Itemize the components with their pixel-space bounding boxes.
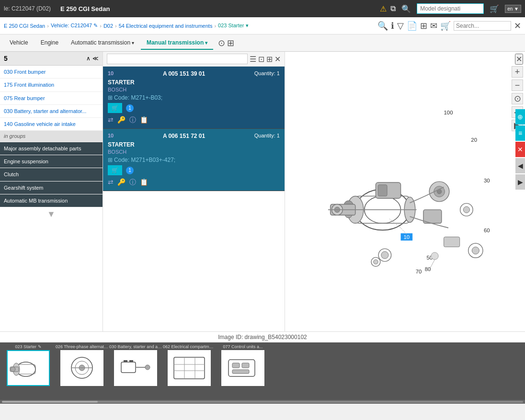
model-search-input[interactable] [417, 3, 484, 14]
part-info-icon-1[interactable]: ⓘ [129, 116, 136, 125]
warning-icon: ⚠ [380, 4, 387, 13]
thumbnail-alternator-label: 026 Three-phase alternator ✎ [56, 344, 108, 349]
parts-close-icon[interactable]: ✕ [274, 55, 281, 64]
zoom-fit-button[interactable]: ⊙ [512, 93, 523, 104]
breadcrumb-d02[interactable]: D02 [103, 23, 113, 29]
part-name-2: STARTER [108, 141, 280, 148]
svg-point-28 [463, 206, 469, 213]
part-actions-2: 🛒 1 [108, 165, 280, 175]
part-doc-icon-1[interactable]: 📋 [140, 116, 148, 125]
breadcrumb-search-input[interactable] [454, 21, 511, 31]
part-cart-btn-1[interactable]: 🛒 [108, 103, 122, 113]
zoom-in-button[interactable]: + [512, 66, 523, 78]
part-info-icon-2[interactable]: ⓘ [129, 178, 136, 187]
sidebar-collapse-icon[interactable]: ∧ [86, 55, 91, 62]
cart-icon[interactable]: 🛒 [440, 21, 451, 31]
thumbnail-control-units[interactable]: 077 Control units a... [217, 344, 269, 386]
diagram-action-btn-1[interactable]: ⊕ [515, 109, 525, 125]
thumbnail-battery-line[interactable]: 030 Battery, starter and alternator line… [109, 344, 162, 386]
table-icon[interactable]: ⊞ [420, 21, 427, 31]
part-qty-2: Quantity: 1 [254, 133, 280, 138]
language-selector[interactable]: en ▼ [505, 5, 521, 13]
scroll-indicator[interactable] [0, 400, 525, 404]
sidebar-item-auto-transmission[interactable]: Automatic MB transmission [0, 194, 103, 207]
svg-rect-54 [174, 357, 205, 379]
tab-automatic[interactable]: Automatic transmission [65, 36, 140, 50]
document-icon[interactable]: 📄 [407, 21, 417, 31]
parts-grid-icon[interactable]: ⊡ [258, 55, 264, 64]
sidebar-expand-icon[interactable]: ≪ [92, 55, 99, 62]
diagram-action-btn-3[interactable]: ✕ [515, 142, 525, 157]
part-key-icon-1[interactable]: 🔑 [117, 116, 126, 125]
tab-vehicle[interactable]: Vehicle [4, 36, 34, 50]
close-search-icon[interactable]: ✕ [514, 21, 521, 31]
svg-point-44 [11, 367, 15, 372]
svg-point-30 [472, 247, 479, 254]
search-button[interactable]: 🔍 [399, 3, 413, 14]
image-id-bar: Image ID: drawing_B54023000102 [0, 331, 525, 342]
svg-text:60: 60 [483, 227, 490, 233]
email-icon[interactable]: ✉ [430, 21, 437, 31]
breadcrumb-starter[interactable]: 023 Starter ▾ [218, 23, 248, 29]
parts-expand-icon[interactable]: ⊞ [266, 55, 273, 64]
cart-button[interactable]: 🛒 [488, 3, 501, 14]
sidebar: 5 ∧ ≪ 030 Front bumper 175 Front illumin… [0, 52, 103, 331]
sidebar-item-major-assembly[interactable]: Major assembly detachable parts [0, 142, 103, 155]
car-name: E 250 CGI Sedan [60, 5, 110, 12]
part-row-1: 10 A 005 151 39 01 Quantity: 1 STARTER B… [103, 67, 285, 129]
zoom-out-button[interactable]: − [512, 79, 523, 91]
parts-search-input[interactable] [107, 54, 248, 64]
part-key-icon-2[interactable]: 🔑 [117, 178, 126, 187]
thumbnail-control-img[interactable] [221, 350, 264, 386]
sidebar-section-in-groups: in groups [0, 131, 103, 142]
thumbnail-alternator-img[interactable] [60, 350, 103, 386]
svg-text:30: 30 [483, 178, 490, 183]
thumbnail-battery-label: 030 Battery, starter and alternator line… [109, 344, 162, 349]
diagram-close-button[interactable]: ✕ [515, 54, 523, 65]
part-swap-icon-2[interactable]: ⇄ [108, 178, 114, 187]
thumbnail-electrical-compartment[interactable]: 062 Electrical compartment in front pass… [163, 344, 216, 386]
diagram-action-btn-2[interactable]: ≡ [515, 125, 525, 141]
thumbnail-alternator[interactable]: 026 Three-phase alternator ✎ [56, 344, 108, 386]
top-bar: le: C212047 (D02) E 250 CGI Sedan ⚠ ⧉ 🔍 … [0, 0, 525, 17]
thumbnail-starter-img[interactable] [7, 350, 50, 386]
thumbnail-starter[interactable]: 023 Starter ✎ [2, 344, 55, 386]
sidebar-item-rear-bumper[interactable]: 075 Rear bumper [0, 92, 103, 105]
thumbnail-electrical-img[interactable] [168, 350, 211, 386]
breadcrumb-electrical[interactable]: 54 Electrical equipment and instruments [119, 23, 213, 29]
sidebar-item-gearshift[interactable]: Gearshift system [0, 182, 103, 194]
main-content: 5 ∧ ≪ 030 Front bumper 175 Front illumin… [0, 52, 525, 331]
breadcrumb-e250[interactable]: E 250 CGI Sedan [4, 23, 45, 29]
tab-engine[interactable]: Engine [35, 36, 64, 50]
diagram-action-btn-4[interactable]: ◀ [515, 158, 525, 173]
tab-icon-filter[interactable]: ⊙ [218, 38, 225, 48]
sidebar-item-air-intake[interactable]: 140 Gasoline vehicle air intake [0, 118, 103, 131]
thumbnail-battery-img[interactable] [114, 350, 157, 386]
svg-point-37 [381, 251, 388, 259]
part-doc-icon-2[interactable]: 📋 [140, 178, 148, 187]
part-swap-icon-1[interactable]: ⇄ [108, 116, 114, 125]
sidebar-item-battery[interactable]: 030 Battery, starter and alternator... [0, 105, 103, 118]
filter-icon[interactable]: ▽ [397, 21, 404, 31]
svg-line-34 [429, 260, 434, 270]
breadcrumb-vehicle[interactable]: Vehicle: C212047 ✎ [51, 23, 98, 29]
part-cart-btn-2[interactable]: 🛒 [108, 165, 122, 175]
parts-list-icon[interactable]: ☰ [250, 55, 256, 64]
tab-icon-grid[interactable]: ⊞ [227, 38, 234, 48]
sidebar-scroll-down[interactable]: ▼ [0, 207, 103, 221]
sidebar-item-front-bumper[interactable]: 030 Front bumper [0, 66, 103, 79]
image-id-text: Image ID: drawing_B54023000102 [218, 334, 307, 341]
svg-rect-62 [232, 370, 249, 374]
sidebar-header: 5 ∧ ≪ [0, 52, 103, 66]
info-icon[interactable]: ℹ [391, 21, 394, 31]
sidebar-item-clutch[interactable]: Clutch [0, 168, 103, 181]
part-badge-2: 1 [126, 167, 134, 174]
zoom-icon[interactable]: 🔍 [377, 21, 388, 31]
tab-manual[interactable]: Manual transmission [141, 36, 213, 50]
svg-line-32 [400, 228, 406, 234]
sidebar-item-engine-suspension[interactable]: Engine suspension [0, 155, 103, 168]
sidebar-item-front-illumination[interactable]: 175 Front illumination [0, 79, 103, 91]
svg-text:80: 80 [424, 266, 431, 272]
thumbnail-electrical-label: 062 Electrical compartment in front pass… [163, 344, 216, 349]
diagram-action-btn-5[interactable]: ▶ [515, 174, 525, 190]
